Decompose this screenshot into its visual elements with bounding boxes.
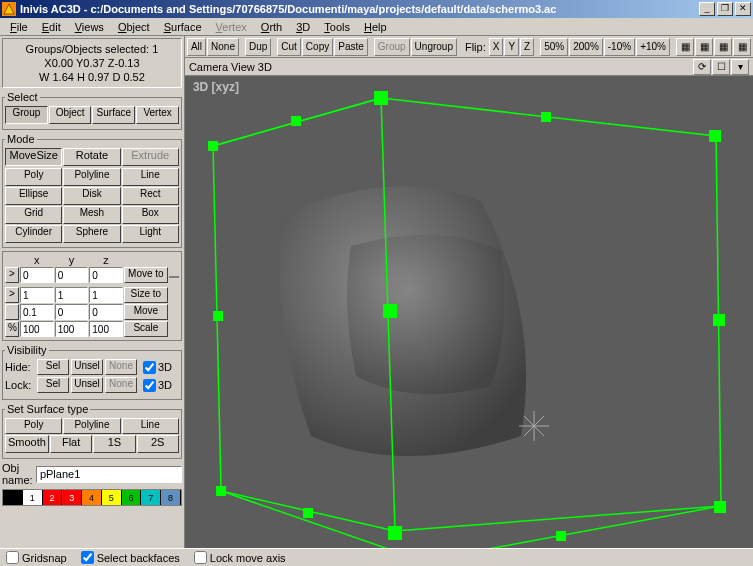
vis-1-sel-button[interactable]: Sel xyxy=(37,377,69,393)
toolbar-layout-3-button[interactable]: ▦ xyxy=(714,38,732,56)
xyz-sizeto-x-input[interactable] xyxy=(20,287,54,303)
toolbar-paste-button[interactable]: Paste xyxy=(334,38,368,56)
xyz-moveto-x-input[interactable] xyxy=(20,267,54,283)
mode-rotate-button[interactable]: Rotate xyxy=(63,148,120,166)
toolbar-zoom-200pct-button[interactable]: 200% xyxy=(569,38,603,56)
tool-disk-button[interactable]: Disk xyxy=(63,187,120,205)
mode-movesize-button[interactable]: MoveSize xyxy=(5,148,62,166)
toolbar-flip-y-button[interactable]: Y xyxy=(504,38,519,56)
tool-mesh-button[interactable]: Mesh xyxy=(63,206,120,224)
palette-swatch-2[interactable]: 2 xyxy=(43,490,63,505)
surftype-2s-button[interactable]: 2S xyxy=(137,435,179,453)
tool-cylinder-button[interactable]: Cylinder xyxy=(5,225,62,243)
xyz-moveto-button[interactable]: Move to xyxy=(124,267,168,283)
tool-line-button[interactable]: Line xyxy=(122,168,179,186)
3d-viewport[interactable]: 3D [xyz] xyxy=(185,76,753,548)
xyz-sizeto-y-input[interactable] xyxy=(55,287,89,303)
close-button[interactable]: ✕ xyxy=(735,2,751,16)
surftype-poly-button[interactable]: Poly xyxy=(5,418,62,434)
select-vertex-button[interactable]: Vertex xyxy=(136,106,179,124)
maximize-button[interactable]: ❐ xyxy=(717,2,733,16)
xyz-moveto-z-input[interactable] xyxy=(89,267,123,283)
toolbar-ungroup-button[interactable]: Ungroup xyxy=(411,38,457,56)
xyz-scale-y-input[interactable] xyxy=(55,321,89,337)
xyz-move-z-input[interactable] xyxy=(89,304,123,320)
menu-orth[interactable]: Orth xyxy=(255,20,288,34)
tool-light-button[interactable]: Light xyxy=(122,225,179,243)
vis-0-sel-button[interactable]: Sel xyxy=(37,359,69,375)
toolbar-flip-x-button[interactable]: X xyxy=(489,38,504,56)
surftype-line-button[interactable]: Line xyxy=(122,418,179,434)
objname-input[interactable] xyxy=(36,466,182,483)
toolbar-dup-button[interactable]: Dup xyxy=(245,38,271,56)
surftype-polyline-button[interactable]: Polyline xyxy=(63,418,120,434)
vis-0-3d-checkbox[interactable] xyxy=(143,361,156,374)
toolbar-zoom-plus10pct-button[interactable]: +10% xyxy=(636,38,670,56)
toolbar-flip-z-button[interactable]: Z xyxy=(520,38,534,56)
xyz-move-y-input[interactable] xyxy=(55,304,89,320)
palette-swatch-5[interactable]: 5 xyxy=(102,490,122,505)
toolbar-layout-2-button[interactable]: ▦ xyxy=(695,38,713,56)
menu-surface[interactable]: Surface xyxy=(158,20,208,34)
toolbar-cut-button[interactable]: Cut xyxy=(277,38,301,56)
vis-0-unsel-button[interactable]: Unsel xyxy=(71,359,103,375)
xyz-sizeto-z-input[interactable] xyxy=(89,287,123,303)
menu-file[interactable]: File xyxy=(4,20,34,34)
tool-box-button[interactable]: Box xyxy=(122,206,179,224)
toolbar-zoom-50pct-button[interactable]: 50% xyxy=(540,38,568,56)
xyz-row0-prefix[interactable]: > xyxy=(5,267,19,283)
viewport-refresh-button[interactable]: ⟳ xyxy=(693,59,711,75)
toolbar-all-button[interactable]: All xyxy=(187,38,206,56)
palette-swatch-8[interactable]: 8 xyxy=(161,490,181,505)
tool-grid-button[interactable]: Grid xyxy=(5,206,62,224)
palette-swatch-7[interactable]: 7 xyxy=(141,490,161,505)
vis-1-3d-checkbox[interactable] xyxy=(143,379,156,392)
select-backfaces-checkbox[interactable]: Select backfaces xyxy=(81,551,180,564)
menu-edit[interactable]: Edit xyxy=(36,20,67,34)
tool-ellipse-button[interactable]: Ellipse xyxy=(5,187,62,205)
visibility-panel: Visibility Hide:SelUnselNone3DLock:SelUn… xyxy=(2,344,182,400)
xyz-move-button[interactable]: Move xyxy=(124,304,168,320)
palette-swatch-3[interactable]: 3 xyxy=(62,490,82,505)
menu-object[interactable]: Object xyxy=(112,20,156,34)
toolbar-zoom-minus10pct-button[interactable]: -10% xyxy=(604,38,635,56)
toolbar-copy-button[interactable]: Copy xyxy=(302,38,333,56)
xyz-row3-prefix[interactable]: % xyxy=(5,321,19,337)
menu-3d[interactable]: 3D xyxy=(290,20,316,34)
toolbar-none-button[interactable]: None xyxy=(207,38,239,56)
surftype-smooth-button[interactable]: Smooth xyxy=(5,435,49,453)
xyz-scale-button[interactable]: Scale xyxy=(124,321,168,337)
tool-poly-button[interactable]: Poly xyxy=(5,168,62,186)
xyz-scale-z-input[interactable] xyxy=(89,321,123,337)
tool-sphere-button[interactable]: Sphere xyxy=(63,225,120,243)
xyz-row1-prefix[interactable]: > xyxy=(5,287,19,303)
viewport-menu-button[interactable]: ▾ xyxy=(731,59,749,75)
palette-swatch-6[interactable]: 6 xyxy=(122,490,142,505)
menu-tools[interactable]: Tools xyxy=(318,20,356,34)
xyz-scrollbar[interactable] xyxy=(169,276,179,278)
xyz-scale-x-input[interactable] xyxy=(20,321,54,337)
tool-rect-button[interactable]: Rect xyxy=(122,187,179,205)
surftype-1s-button[interactable]: 1S xyxy=(93,435,135,453)
minimize-button[interactable]: _ xyxy=(699,2,715,16)
vis-1-unsel-button[interactable]: Unsel xyxy=(71,377,103,393)
lock-move-axis-checkbox[interactable]: Lock move axis xyxy=(194,551,286,564)
xyz-moveto-y-input[interactable] xyxy=(55,267,89,283)
xyz-move-x-input[interactable] xyxy=(20,304,54,320)
toolbar-layout-4-button[interactable]: ▦ xyxy=(733,38,751,56)
select-group-button[interactable]: Group xyxy=(5,106,48,124)
palette-swatch-0[interactable] xyxy=(3,490,23,505)
palette-swatch-1[interactable]: 1 xyxy=(23,490,43,505)
viewport-maximize-button[interactable]: ☐ xyxy=(712,59,730,75)
palette-swatch-4[interactable]: 4 xyxy=(82,490,102,505)
select-surface-button[interactable]: Surface xyxy=(92,106,135,124)
menu-views[interactable]: Views xyxy=(69,20,110,34)
toolbar-layout-1-button[interactable]: ▦ xyxy=(676,38,694,56)
gridsnap-checkbox[interactable]: Gridsnap xyxy=(6,551,67,564)
menu-vertex[interactable]: Vertex xyxy=(210,20,253,34)
xyz-sizeto-button[interactable]: Size to xyxy=(124,287,168,303)
surftype-flat-button[interactable]: Flat xyxy=(50,435,92,453)
menu-help[interactable]: Help xyxy=(358,20,393,34)
tool-polyline-button[interactable]: Polyline xyxy=(63,168,120,186)
select-object-button[interactable]: Object xyxy=(49,106,92,124)
